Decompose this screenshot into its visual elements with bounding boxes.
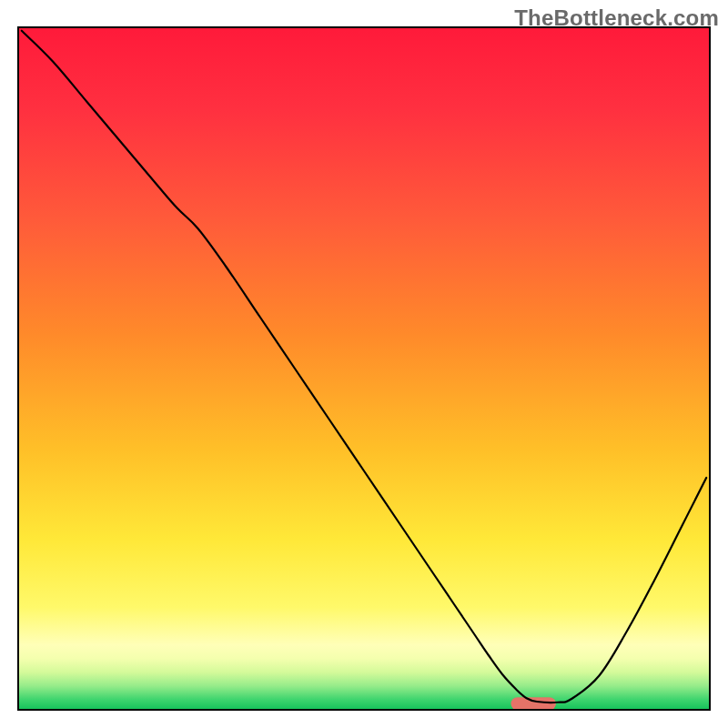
plot-background [18, 27, 710, 710]
watermark-label: TheBottleneck.com [514, 5, 719, 31]
chart-svg [0, 0, 728, 728]
min-marker [511, 697, 556, 710]
chart-canvas: TheBottleneck.com [0, 0, 728, 728]
